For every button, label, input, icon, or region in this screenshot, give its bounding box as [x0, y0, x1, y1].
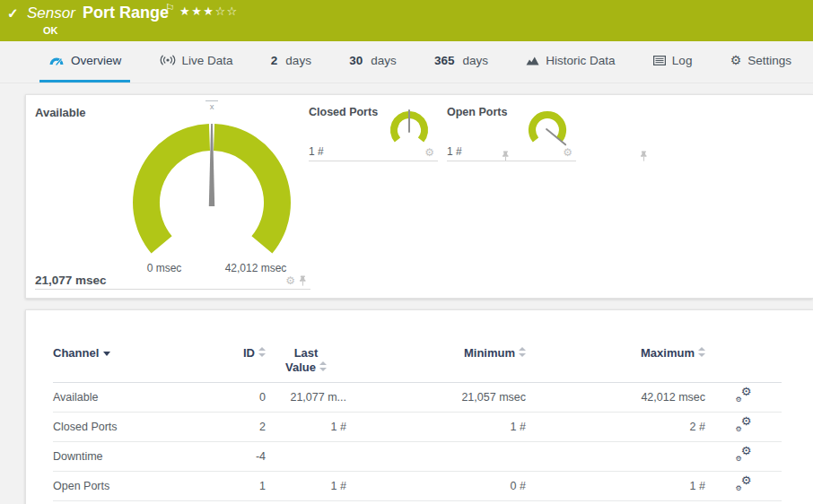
table-row: Available 0 21,077 m... 21,057 msec 42,0… — [53, 382, 782, 412]
tab-label: days — [463, 54, 489, 67]
gauge-min-label: 0 msec — [132, 262, 197, 274]
gear-icon[interactable]: ⚙ — [424, 147, 434, 158]
mean-marker: x — [205, 100, 218, 112]
status-badge: OK — [43, 25, 58, 36]
tab-live-data[interactable]: Live Data — [151, 40, 242, 83]
gear-icon[interactable]: ⚙ — [563, 147, 573, 158]
cell-id: 1 — [210, 471, 266, 500]
cell-minimum: 21,057 msec — [346, 382, 526, 412]
cell-minimum: 0 # — [346, 471, 526, 500]
cell-last-value: 1 # — [266, 471, 346, 500]
channel-last-value: 1 # — [447, 145, 462, 158]
cell-maximum — [526, 441, 705, 471]
channel-table-panel: Channel ID LastValue Minimum Maximum Ava… — [25, 309, 813, 504]
cell-channel: Downtime — [53, 441, 210, 471]
cell-maximum: 42,012 msec — [526, 382, 705, 412]
tab-label: Live Data — [182, 54, 233, 67]
column-header-maximum[interactable]: Maximum — [526, 346, 705, 382]
tab-label: Settings — [747, 54, 791, 67]
tab-label: Overview — [71, 54, 121, 67]
sort-desc-icon — [103, 352, 110, 356]
pin-icon[interactable] — [299, 275, 307, 286]
table-row: Downtime -4 ⚙⚙ — [53, 441, 782, 471]
pin-icon[interactable] — [640, 151, 648, 161]
gauge-widget-closed-ports: Closed Ports 1 # ⚙ — [309, 106, 438, 161]
tab-label: days — [285, 54, 311, 67]
stars-empty: ☆☆ — [214, 4, 238, 18]
tab-30-days[interactable]: 30 days — [340, 40, 406, 83]
cell-minimum — [346, 441, 526, 471]
gauge-needle — [209, 124, 214, 206]
gauge-widget-available: Available x 0 msec 42,012 msec 21,077 ms… — [35, 106, 310, 290]
historic-chart-icon — [526, 56, 539, 65]
table-header-row: Channel ID LastValue Minimum Maximum — [53, 346, 782, 382]
column-header-last-value[interactable]: LastValue — [266, 346, 346, 382]
cell-id: -4 — [210, 441, 266, 471]
gear-icon: ⚙ — [730, 54, 742, 66]
column-header-minimum[interactable]: Minimum — [346, 346, 526, 382]
cell-maximum: 1 # — [526, 471, 705, 500]
tab-label: days — [371, 54, 397, 67]
tab-365-days[interactable]: 365 days — [425, 40, 497, 83]
cell-last-value: 1 # — [266, 412, 346, 441]
cell-channel: Available — [53, 382, 210, 412]
channel-table: Channel ID LastValue Minimum Maximum Ava… — [53, 346, 782, 501]
gauge-max-label: 42,012 msec — [214, 262, 297, 274]
channel-name-label: Open Ports — [447, 106, 507, 118]
cell-maximum: 2 # — [526, 412, 705, 441]
gauge-icon — [48, 56, 65, 65]
channel-settings-icon[interactable]: ⚙⚙ — [735, 448, 753, 463]
tab-settings[interactable]: ⚙ Settings — [721, 40, 800, 83]
cell-id: 2 — [210, 412, 266, 441]
log-icon — [653, 56, 666, 65]
live-data-icon — [160, 55, 176, 65]
tab-log[interactable]: Log — [644, 40, 702, 83]
gauge-widget-open-ports: Open Ports 1 # ⚙ — [447, 106, 576, 161]
sort-icon — [319, 361, 327, 371]
cell-minimum: 1 # — [346, 412, 526, 441]
cell-channel: Closed Ports — [53, 412, 210, 441]
sensor-status-header: ✓ Sensor Port Range ⚐ ★★★☆☆ OK — [0, 0, 813, 41]
channel-settings-icon[interactable]: ⚙⚙ — [735, 477, 753, 492]
status-check-icon: ✓ — [7, 5, 19, 22]
cell-id: 0 — [210, 382, 266, 412]
gear-icon[interactable]: ⚙ — [285, 275, 295, 286]
priority-star-rating[interactable]: ★★★☆☆ — [179, 4, 239, 18]
stars-filled: ★★★ — [179, 4, 214, 18]
sort-icon — [698, 347, 705, 357]
column-header-id[interactable]: ID — [210, 346, 266, 382]
cell-last-value: 21,077 m... — [266, 382, 346, 412]
tab-historic-data[interactable]: Historic Data — [517, 40, 624, 83]
cell-channel: Open Ports — [53, 471, 210, 500]
sort-icon — [519, 347, 526, 357]
channel-last-value: 1 # — [309, 145, 324, 158]
sensor-title: Port Range — [83, 4, 169, 22]
sort-icon — [258, 347, 266, 357]
tab-label: Historic Data — [546, 54, 615, 67]
tab-2-days[interactable]: 2 days — [262, 40, 320, 83]
channel-name-label: Available — [35, 106, 86, 119]
column-header-actions — [705, 346, 782, 382]
flag-icon[interactable]: ⚐ — [165, 2, 175, 14]
column-header-channel[interactable]: Channel — [53, 346, 210, 382]
channel-settings-icon[interactable]: ⚙⚙ — [735, 418, 753, 433]
tab-label: Log — [672, 54, 693, 67]
channel-settings-icon[interactable]: ⚙⚙ — [735, 388, 753, 404]
object-type-label: Sensor — [27, 4, 75, 22]
table-row: Closed Ports 2 1 # 1 # 2 # ⚙⚙ — [53, 412, 782, 441]
channel-last-value: 21,077 msec — [35, 274, 107, 287]
overview-gauges-panel: Available x 0 msec 42,012 msec 21,077 ms… — [25, 94, 813, 299]
cell-last-value — [266, 441, 346, 471]
channel-name-label: Closed Ports — [309, 106, 378, 118]
tab-overview[interactable]: Overview — [39, 40, 130, 83]
sensor-tab-bar: Overview Live Data 2 days 30 days 365 da… — [0, 40, 813, 83]
available-gauge — [131, 113, 293, 261]
table-row: Open Ports 1 1 # 0 # 1 # ⚙⚙ — [53, 471, 782, 500]
